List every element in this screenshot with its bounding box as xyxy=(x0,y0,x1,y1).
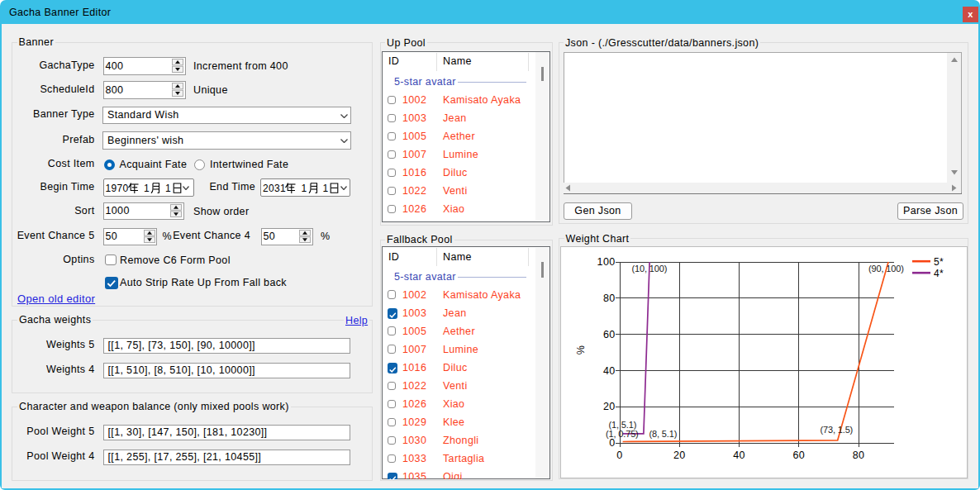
svg-text:60: 60 xyxy=(792,450,805,461)
svg-text:(10, 100): (10, 100) xyxy=(632,264,668,274)
svg-text:20: 20 xyxy=(603,401,616,412)
svg-text:80: 80 xyxy=(603,293,616,304)
svg-text:0: 0 xyxy=(616,450,622,461)
svg-text:20: 20 xyxy=(673,450,686,461)
svg-text:40: 40 xyxy=(733,450,745,461)
svg-text:(8, 5.1): (8, 5.1) xyxy=(649,429,678,439)
svg-text:80: 80 xyxy=(853,450,865,461)
svg-text:(73, 1.5): (73, 1.5) xyxy=(821,425,854,435)
svg-text:%: % xyxy=(575,345,587,354)
svg-text:0: 0 xyxy=(609,437,615,449)
svg-text:60: 60 xyxy=(603,329,616,340)
svg-text:(90, 100): (90, 100) xyxy=(868,264,904,274)
svg-text:5*: 5* xyxy=(934,256,944,268)
svg-text:4*: 4* xyxy=(934,268,944,279)
svg-text:(1, 5.1): (1, 5.1) xyxy=(609,420,637,430)
svg-text:(1, 0.75): (1, 0.75) xyxy=(606,429,639,439)
svg-text:40: 40 xyxy=(603,365,616,377)
svg-text:100: 100 xyxy=(597,256,616,268)
